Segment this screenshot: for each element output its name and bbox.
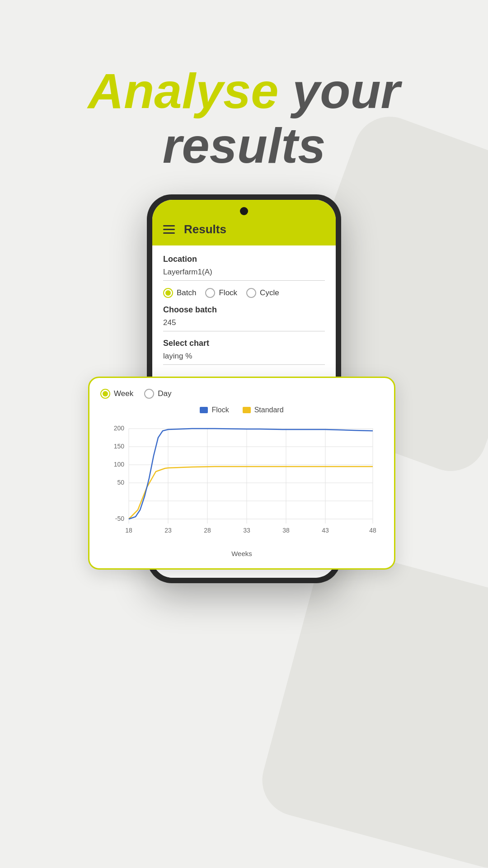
svg-text:100: 100 bbox=[114, 461, 125, 468]
radio-day-label: Day bbox=[158, 389, 171, 398]
radio-week-label: Week bbox=[114, 389, 133, 398]
legend-flock: Flock bbox=[200, 406, 229, 414]
radio-batch-label: Batch bbox=[177, 288, 196, 297]
legend-flock-label: Flock bbox=[211, 406, 229, 414]
svg-text:28: 28 bbox=[204, 527, 211, 534]
svg-text:150: 150 bbox=[114, 443, 125, 450]
svg-text:38: 38 bbox=[282, 527, 290, 534]
radio-batch-circle bbox=[163, 288, 173, 298]
app-header: Results bbox=[152, 222, 336, 245]
hamburger-line-1 bbox=[163, 225, 175, 226]
radio-day-circle bbox=[144, 389, 154, 399]
headline-your: your bbox=[278, 63, 400, 118]
radio-week[interactable]: Week bbox=[100, 389, 133, 399]
svg-text:48: 48 bbox=[369, 527, 376, 534]
svg-text:18: 18 bbox=[125, 527, 132, 534]
legend-standard: Standard bbox=[243, 406, 284, 414]
standard-line bbox=[129, 467, 373, 519]
radio-week-circle bbox=[100, 389, 110, 399]
chart-svg: 200 150 100 50 -50 18 23 28 33 38 43 48 bbox=[100, 420, 383, 546]
choose-batch-label: Choose batch bbox=[163, 305, 325, 315]
headline-results: results bbox=[0, 118, 488, 173]
svg-text:-50: -50 bbox=[115, 515, 124, 522]
chart-card: Week Day Flock Standard bbox=[88, 377, 395, 570]
svg-text:50: 50 bbox=[117, 479, 124, 486]
chart-legend: Flock Standard bbox=[100, 406, 383, 414]
headline-analyse: Analyse bbox=[88, 63, 279, 118]
flock-line bbox=[129, 429, 373, 519]
location-value: Layerfarm1(A) bbox=[163, 268, 325, 281]
camera-notch bbox=[240, 207, 248, 215]
svg-text:33: 33 bbox=[243, 527, 250, 534]
svg-text:43: 43 bbox=[322, 527, 329, 534]
radio-batch[interactable]: Batch bbox=[163, 288, 196, 298]
week-day-toggle: Week Day bbox=[100, 389, 383, 399]
choose-batch-value: 245 bbox=[163, 318, 325, 331]
svg-text:23: 23 bbox=[164, 527, 172, 534]
legend-standard-label: Standard bbox=[254, 406, 284, 414]
hamburger-line-3 bbox=[163, 232, 175, 234]
phone-container: Results Location Layerfarm1(A) Batch bbox=[147, 194, 341, 583]
bg-shape-bottom bbox=[254, 544, 488, 868]
app-title: Results bbox=[184, 222, 226, 236]
chart-area: 200 150 100 50 -50 18 23 28 33 38 43 48 bbox=[100, 420, 383, 546]
chart-x-label: Weeks bbox=[100, 550, 383, 557]
location-label: Location bbox=[163, 255, 325, 264]
legend-standard-color bbox=[243, 407, 251, 413]
phone-statusbar bbox=[152, 200, 336, 222]
select-chart-value: laying % bbox=[163, 352, 325, 365]
batch-flock-cycle-group: Batch Flock Cycle bbox=[163, 288, 325, 298]
radio-cycle[interactable]: Cycle bbox=[246, 288, 279, 298]
radio-cycle-label: Cycle bbox=[260, 288, 279, 297]
hamburger-menu-icon[interactable] bbox=[163, 225, 175, 234]
svg-text:200: 200 bbox=[114, 425, 125, 432]
radio-flock-label: Flock bbox=[219, 288, 237, 297]
radio-day[interactable]: Day bbox=[144, 389, 171, 399]
hamburger-line-2 bbox=[163, 229, 175, 230]
headline: Analyse your results bbox=[0, 63, 488, 173]
radio-flock[interactable]: Flock bbox=[205, 288, 237, 298]
legend-flock-color bbox=[200, 407, 208, 413]
select-chart-label: Select chart bbox=[163, 339, 325, 348]
radio-cycle-circle bbox=[246, 288, 256, 298]
radio-flock-circle bbox=[205, 288, 215, 298]
